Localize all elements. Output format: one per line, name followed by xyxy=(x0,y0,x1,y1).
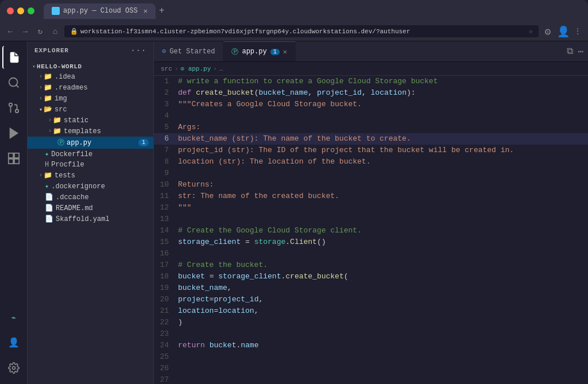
svg-rect-7 xyxy=(14,153,18,158)
sidebar-title: Explorer xyxy=(34,47,69,54)
tab-get-started[interactable]: ⊙ Get Started xyxy=(154,41,223,61)
addressbar: ← → ↻ ⌂ 🔒 workstation-lf31smn4.cluster-z… xyxy=(0,22,588,41)
tree-item-static[interactable]: › 📁 static xyxy=(28,115,153,126)
code-line-18: 18 bucket = storage_client.create_bucket… xyxy=(154,271,588,282)
sidebar-header: Explorer ··· xyxy=(28,41,153,60)
back-button[interactable]: ← xyxy=(5,27,16,36)
svg-line-1 xyxy=(16,85,18,87)
code-line-5: 5 Args: xyxy=(154,122,588,133)
file-icon-apppy: Ⓟ xyxy=(57,138,64,148)
tree-item-tests[interactable]: › 📁 tests xyxy=(28,170,153,181)
tree-item-apppy[interactable]: Ⓟ app.py 1 xyxy=(28,137,153,149)
bookmark-icon[interactable]: ☆ xyxy=(529,27,533,36)
tree-item-src[interactable]: ▾ 📂 src xyxy=(28,104,153,115)
activity-bar-bottom: ⌁ 👤 xyxy=(2,306,25,379)
menu-icon[interactable]: ⋮ xyxy=(572,26,583,36)
sidebar: Explorer ··· ▾ HELLO-WORLD › 📁 .idea › 📁… xyxy=(28,41,154,384)
app-body: ⌁ 👤 Explorer ··· ▾ HELLO-WORLD › 📁 .idea xyxy=(0,41,588,384)
more-actions-icon[interactable]: ⋯ xyxy=(578,46,583,57)
folder-icon-static: 📁 xyxy=(53,116,61,125)
file-icon-procfile: H xyxy=(45,161,49,169)
extensions-icon[interactable]: ⚙ xyxy=(542,25,554,38)
tree-item-dockerfile[interactable]: ✦ Dockerfile xyxy=(28,149,153,160)
forward-button[interactable]: → xyxy=(20,27,31,36)
breadcrumb-sep-1: › xyxy=(175,65,179,72)
tree-item-skaffold[interactable]: 📄 Skaffold.yaml xyxy=(28,214,153,224)
tree-item-idea[interactable]: › 📁 .idea xyxy=(28,71,153,82)
code-line-25: 25 xyxy=(154,351,588,363)
code-line-17: 17 # Create the bucket. xyxy=(154,259,588,271)
sidebar-options[interactable]: ··· xyxy=(130,46,146,55)
activity-settings[interactable] xyxy=(2,356,25,379)
code-line-14: 14 # Create the Google Cloud Storage cli… xyxy=(154,225,588,236)
folder-icon-templates: 📁 xyxy=(53,127,61,135)
address-input[interactable]: 🔒 workstation-lf31smn4.cluster-zpbeimon7… xyxy=(64,25,539,37)
code-line-3: 3 """Creates a Google Cloud Storage buck… xyxy=(154,99,588,110)
tab-close-icon[interactable]: ✕ xyxy=(144,7,148,15)
code-line-22: 22 ) xyxy=(154,317,588,328)
welcome-icon: ⊙ xyxy=(162,47,166,56)
split-editor-icon[interactable]: ⧉ xyxy=(567,46,573,57)
code-editor[interactable]: 1# write a function to create a Google C… xyxy=(154,76,588,384)
folder-icon-readmes: 📁 xyxy=(44,83,52,92)
breadcrumb-more[interactable]: … xyxy=(219,65,223,72)
tree-root[interactable]: ▾ HELLO-WORLD xyxy=(28,62,153,71)
tab-close-button[interactable]: ✕ xyxy=(283,48,287,56)
breadcrumb-apppy[interactable]: ⊙ app.py xyxy=(180,65,211,72)
minimize-button[interactable] xyxy=(17,7,24,14)
home-button[interactable]: ⌂ xyxy=(49,27,61,36)
code-line-7: 7 project_id (str): The ID of the projec… xyxy=(154,145,588,156)
traffic-lights xyxy=(7,7,34,14)
svg-point-2 xyxy=(15,110,18,113)
activity-files[interactable] xyxy=(2,46,25,69)
svg-rect-8 xyxy=(8,159,13,164)
code-line-4: 4 xyxy=(154,110,588,122)
maximize-button[interactable] xyxy=(28,7,34,14)
tree-item-readme[interactable]: 📄 README.md xyxy=(28,203,153,214)
activity-remote[interactable]: ⌁ xyxy=(2,306,25,329)
code-line-16: 16 xyxy=(154,248,588,259)
tree-item-readmes[interactable]: › 📁 .readmes xyxy=(28,82,153,93)
root-arrow: ▾ xyxy=(32,63,36,70)
editor-tabs: ⊙ Get Started Ⓟ app.py 1 ✕ ⧉ ⋯ xyxy=(154,41,588,62)
browser-tab[interactable]: app.py — Cloud OSS ✕ xyxy=(44,3,156,19)
code-line-20: 20 project=project_id, xyxy=(154,294,588,305)
svg-marker-5 xyxy=(10,129,17,138)
tree-item-dockerignore[interactable]: ✦ .dockerignore xyxy=(28,181,153,192)
new-tab-button[interactable]: + xyxy=(159,6,165,16)
activity-extensions[interactable] xyxy=(2,147,25,170)
activity-search[interactable] xyxy=(2,71,25,94)
code-line-23: 23 xyxy=(154,328,588,340)
titlebar: app.py — Cloud OSS ✕ + xyxy=(0,0,588,22)
breadcrumb: src › ⊙ app.py › … xyxy=(154,62,588,76)
reload-button[interactable]: ↻ xyxy=(34,26,46,36)
svg-point-3 xyxy=(9,103,12,107)
tree-item-dccache[interactable]: 📄 .dccache xyxy=(28,192,153,203)
activity-source-control[interactable] xyxy=(2,96,25,119)
tab-actions: ⧉ ⋯ xyxy=(562,41,588,61)
tree-item-procfile[interactable]: H Procfile xyxy=(28,160,153,170)
folder-icon-idea: 📁 xyxy=(44,72,52,81)
activity-run[interactable] xyxy=(2,122,25,145)
close-button[interactable] xyxy=(7,7,14,14)
file-icon-skaffold: 📄 xyxy=(45,215,53,223)
editor-area: ⊙ Get Started Ⓟ app.py 1 ✕ ⧉ ⋯ src › ⊙ a… xyxy=(154,41,588,384)
url-text: workstation-lf31smn4.cluster-zpbeimon7vd… xyxy=(80,28,410,35)
code-line-8: 8 location (str): The location of the bu… xyxy=(154,156,588,168)
tab-apppy-badge: 1 xyxy=(270,49,280,55)
tab-apppy-icon: Ⓟ xyxy=(231,47,238,57)
tree-item-templates[interactable]: › 📁 templates xyxy=(28,126,153,137)
tab-apppy-label: app.py xyxy=(242,48,266,56)
svg-rect-6 xyxy=(8,153,13,158)
folder-icon-img: 📁 xyxy=(44,94,52,103)
tab-app-py[interactable]: Ⓟ app.py 1 ✕ xyxy=(223,41,295,61)
activity-bar: ⌁ 👤 xyxy=(0,41,28,384)
code-line-11: 11 str: The name of the created bucket. xyxy=(154,191,588,202)
folder-icon-tests: 📁 xyxy=(44,171,52,180)
file-tree: ▾ HELLO-WORLD › 📁 .idea › 📁 .readmes › 📁… xyxy=(28,60,153,227)
breadcrumb-src[interactable]: src xyxy=(161,65,172,72)
file-icon-dockerignore: ✦ xyxy=(45,182,49,191)
activity-account[interactable]: 👤 xyxy=(2,331,25,354)
avatar[interactable]: 👤 xyxy=(557,25,568,38)
tree-item-img[interactable]: › 📁 img xyxy=(28,93,153,104)
